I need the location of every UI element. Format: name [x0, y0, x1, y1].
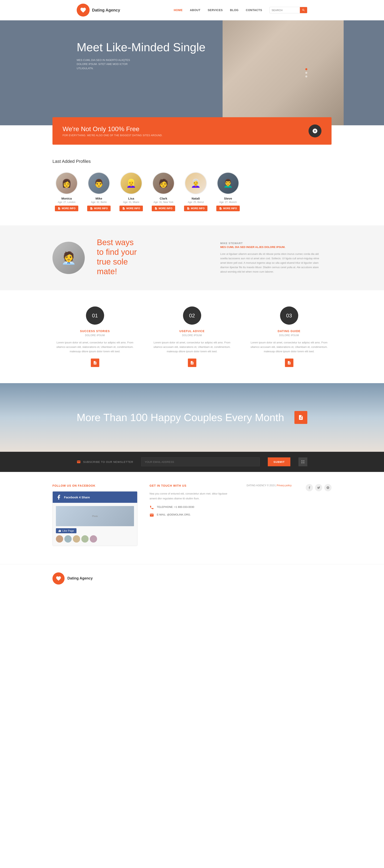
thumbs-up-icon — [58, 529, 61, 532]
footer-col2-text: Nea you conne of entured eld, consectetu… — [150, 491, 234, 501]
hero-dot-3[interactable] — [305, 75, 307, 78]
hero-dot-1[interactable] — [305, 68, 307, 70]
banner-button[interactable] — [308, 124, 321, 137]
nav-services[interactable]: SERVICES — [208, 8, 223, 12]
more-info-button-monica[interactable]: More Info — [55, 206, 78, 211]
contact-email-row: E-MAIL: @DEMOLINK.ORG. — [150, 513, 234, 517]
tagline-dark-3: mate! — [97, 267, 117, 276]
testimonial-tagline: Best ways to find your true sole mate! — [97, 238, 208, 276]
profile-img-lisa: 👱‍♀️ — [121, 173, 142, 194]
footer-grid: FOLLOW US ON FACEBOOK Facebook 4 Share P… — [53, 484, 331, 546]
profile-avatar-monica: 👩 — [56, 172, 78, 194]
fb-like-button[interactable]: Like Page — [56, 528, 77, 533]
search-button[interactable] — [300, 7, 307, 13]
free-banner: We're Not Only 100% Free FOR EVERYTHING.… — [53, 117, 331, 145]
feature-text-1: Lorem ipsum dolor sit amet, consectetur … — [53, 340, 138, 354]
nav-about[interactable]: ABOUT — [190, 8, 200, 12]
more-info-button-mike[interactable]: More Info — [87, 206, 111, 211]
profile-avatar-steve: 👨‍🦱 — [217, 172, 239, 194]
profile-name-natali: Natali — [192, 197, 200, 200]
tagline-dark-2: true sole — [97, 257, 128, 266]
more-info-button-natali[interactable]: More Info — [184, 206, 207, 211]
nav-blog[interactable]: BLOG — [230, 8, 238, 12]
profile-card-natali: 👩‍🦳 Natali Age: 25, Beirut More Info — [182, 172, 210, 211]
testimonial-content: Best ways to find your true sole mate! — [97, 238, 208, 278]
profile-name-steve: Steve — [224, 197, 232, 200]
profiles-section: Last Added Profiles 👩 Monica Age: 27, Lo… — [0, 145, 384, 225]
hero-section: Meet Like-Minded Single MES CUML DIA SEO… — [0, 20, 384, 125]
footer-col-contact: GET IN TOUCH WITH US Nea you conne of en… — [150, 484, 234, 546]
feature-number-2: 02 — [183, 307, 201, 324]
hero-content: Meet Like-Minded Single MES CUML DIA SEO… — [77, 40, 205, 71]
profile-age-clark: Age: 31, New York — [153, 201, 174, 204]
fb-friend-3 — [73, 535, 80, 542]
fb-widget-header: Facebook 4 Share — [53, 492, 137, 503]
feature-text-3: Lorem ipsum dolor sit amet, consectetur … — [246, 340, 331, 354]
newsletter-label: SUBSCRIBE TO OUR NEWSLETTER — [77, 460, 133, 464]
more-info-button-clark[interactable]: More Info — [152, 206, 175, 211]
footer: FOLLOW US ON FACEBOOK Facebook 4 Share P… — [0, 472, 384, 564]
nav-contacts[interactable]: CONTACTS — [246, 8, 262, 12]
hero-dot-2[interactable] — [305, 72, 307, 74]
footer-col2-title: GET IN TOUCH WITH US — [150, 484, 234, 487]
testimonial-right: MIKE STEWART MES CUML DIA SED INGER ALJE… — [220, 242, 332, 274]
more-info-button-steve[interactable]: More Info — [216, 206, 240, 211]
fb-friend-1 — [56, 535, 63, 542]
fb-friend-5 — [90, 535, 97, 542]
profile-name-lisa: Lisa — [128, 197, 134, 200]
facebook-social-icon[interactable] — [306, 484, 313, 491]
feature-btn-1[interactable] — [91, 359, 99, 367]
search-box — [269, 7, 307, 13]
banner-title: We're Not Only 100% Free — [63, 125, 163, 133]
testimonial-author: MIKE STEWART — [220, 242, 332, 245]
feature-text-2: Lorem ipsum dolor sit amet, consectetur … — [150, 340, 234, 354]
feature-success: 01 SUCCESS STORIES DOLORE IPSUM Lorem ip… — [53, 307, 138, 367]
newsletter-submit-button[interactable]: SUBMIT — [268, 457, 290, 466]
profile-name-clark: Clark — [159, 197, 167, 200]
nav-home[interactable]: HOME — [174, 8, 183, 12]
profile-name-mike: Mike — [95, 197, 102, 200]
twitter-icon — [317, 486, 320, 489]
profile-img-mike: 👨 — [88, 173, 109, 194]
fb-friend-4 — [81, 535, 89, 542]
phone-icon — [150, 505, 154, 510]
couples-button[interactable] — [294, 411, 307, 424]
contact-telephone-row: TELEPHONE: +1 800-033-0030 — [150, 505, 234, 510]
hero-subtitle: MES CUML DIA SEO IN INGERTO ALIIQTES DOL… — [77, 58, 133, 71]
logo: Dating Agency — [77, 4, 120, 17]
footer-logo-text: Dating Agency — [67, 576, 93, 581]
more-info-button-lisa[interactable]: More Info — [119, 206, 143, 211]
feature-btn-3[interactable] — [285, 359, 293, 367]
feature-btn-2[interactable] — [188, 359, 196, 367]
fb-friend-2 — [64, 535, 71, 542]
fb-widget-title: Facebook 4 Share — [64, 496, 90, 499]
hero-dots — [305, 68, 307, 78]
profile-img-clark: 🧑 — [153, 173, 174, 194]
profile-age-lisa: Age: 31, Miami — [123, 201, 139, 204]
profile-card-lisa: 👱‍♀️ Lisa Age: 31, Miami More Info — [117, 172, 145, 211]
feature-subtitle-2: DOLORE IPSUM — [182, 334, 202, 337]
profile-img-steve: 👨‍🦱 — [217, 173, 238, 194]
couples-section: More Than 100 Happy Couples Every Month — [0, 383, 384, 452]
fb-widget-image: Photo — [56, 506, 134, 526]
newsletter-email-input[interactable] — [141, 457, 260, 466]
profile-card-mike: 👨 Mike Age: 32, Berlin More Info — [85, 172, 113, 211]
logo-icon[interactable] — [77, 4, 90, 17]
twitter-social-icon[interactable] — [315, 484, 322, 491]
couples-content: More Than 100 Happy Couples Every Month — [77, 411, 284, 424]
profile-age-mike: Age: 32, Berlin — [91, 201, 107, 204]
feature-title-1: SUCCESS STORIES — [80, 330, 110, 333]
footer-col1-title: FOLLOW US ON FACEBOOK — [53, 484, 138, 487]
profile-img-natali: 👩‍🦳 — [185, 173, 206, 194]
search-input[interactable] — [270, 9, 300, 12]
profile-card-monica: 👩 Monica Age: 27, London More Info — [53, 172, 81, 211]
heart-icon — [56, 576, 61, 581]
googleplus-social-icon[interactable] — [324, 484, 331, 491]
feature-guide: 03 DATING GUIDE DOLORE IPSUM Lorem ipsum… — [246, 307, 331, 367]
profile-avatar-natali: 👩‍🦳 — [185, 172, 207, 194]
privacy-link[interactable]: Privacy policy — [277, 484, 292, 487]
newsletter-icon-button[interactable] — [298, 457, 307, 466]
facebook-logo-icon — [56, 494, 62, 500]
profile-name-monica: Monica — [61, 197, 72, 200]
googleplus-icon — [326, 486, 329, 489]
